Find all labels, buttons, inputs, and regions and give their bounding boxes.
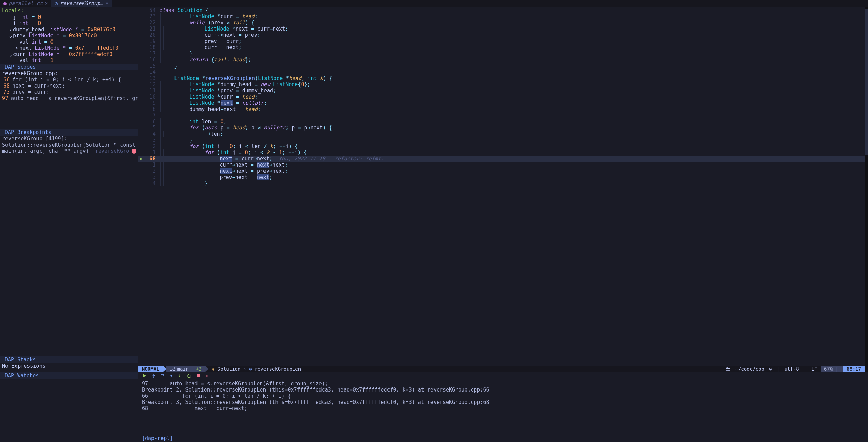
close-icon[interactable]: × [105, 0, 109, 7]
code-line[interactable]: 54class Solution { [138, 7, 865, 13]
sign-column: ▶ [138, 156, 144, 161]
breakpoints-panel: reverseKGroup [4199]:Solution::reverseKG… [0, 136, 138, 154]
breakpoint-item[interactable]: main(int argc, char ** argv) reverseKGro… [0, 148, 138, 154]
code-line[interactable]: ▶68 next = curr→next; You, 2022-11-18 - … [138, 156, 865, 162]
tab-reversekgroup[interactable]: ◎ reverseKGroup… × [51, 0, 112, 7]
line-number: 10 [144, 94, 158, 100]
line-number: 3 [144, 174, 158, 180]
line-number: 14 [144, 69, 158, 75]
code-line[interactable]: 8 dummy_head→next = head; [138, 106, 865, 112]
disconnect-button[interactable] [204, 373, 210, 378]
tab-label: reverseKGroup… [60, 0, 103, 7]
step-into-button[interactable] [151, 373, 156, 378]
class-icon: ✱ [212, 366, 215, 372]
scope-frame[interactable]: 68next = curr→next; [0, 83, 138, 89]
scope-frame[interactable]: 66for (int i = 0; i < len / k; ++i) { [0, 77, 138, 83]
code-line[interactable]: 3 } [138, 137, 865, 143]
tab-parallel[interactable]: ● parallel.cc × [0, 0, 51, 7]
watches-title: DAP Watches [0, 372, 138, 379]
code-line[interactable]: 4 ++len; [138, 131, 865, 137]
code-line[interactable]: 14 [138, 69, 865, 75]
code-line[interactable]: 20 curr->next = prev; [138, 32, 865, 38]
step-over-button[interactable] [160, 373, 165, 378]
locals-variable[interactable]: val int = 1 [2, 57, 136, 64]
code-line[interactable]: 13 ListNode *reverseKGroupLen(ListNode *… [138, 75, 865, 81]
line-number: 9 [144, 100, 158, 106]
line-number: 11 [144, 88, 158, 94]
scopes-file: reverseKGroup.cpp: [0, 70, 138, 77]
line-number: 20 [144, 32, 158, 38]
dap-repl[interactable]: 97 auto head = s.reverseKGroupLen(&first… [138, 379, 868, 434]
repl-line: Breakpoint 3, Solution::reverseKGroupLen… [142, 399, 865, 405]
line-number: 1 [144, 149, 158, 156]
svg-point-0 [153, 377, 154, 378]
scopes-title: DAP Scopes [0, 64, 138, 70]
locals-panel: j int = 0 i int = 0 ›dummy_head ListNode… [0, 14, 138, 64]
locals-variable[interactable]: ⌄curr ListNode * = 0x7ffffffedcf0 [2, 51, 136, 57]
line-number: 2 [144, 168, 158, 174]
reverse-button[interactable] [187, 373, 192, 378]
code-line[interactable]: 5 for (auto p = head; p ≠ nullptr; p = p… [138, 125, 865, 131]
stop-button[interactable] [195, 373, 201, 378]
code-line[interactable]: 22 while (prev ≠ tail) { [138, 20, 865, 26]
code-line[interactable]: 3 prev→next = next; [138, 174, 865, 180]
locals-variable[interactable]: j int = 0 [2, 14, 136, 20]
code-line[interactable]: 16 return {tail, head}; [138, 57, 865, 63]
code-line[interactable]: 21 ListNode *next = curr→next; [138, 26, 865, 32]
repl-line: Breakpoint 2, Solution::reverseKGroupLen… [142, 387, 865, 393]
line-number: 22 [144, 20, 158, 26]
git-branch[interactable]: ⎇ main | +3 [166, 366, 205, 372]
close-icon[interactable]: × [45, 0, 48, 7]
chevron-right-icon: › [243, 366, 246, 372]
code-line[interactable]: 1 for (int j = 0; j < k - 1; ++j) { [138, 149, 865, 156]
scope-frame[interactable]: 97auto head = s.reverseKGroupLen(&first,… [0, 95, 138, 101]
continue-button[interactable] [142, 373, 147, 378]
code-line[interactable]: 18 curr = next; [138, 44, 865, 50]
code-editor[interactable]: 54class Solution {23 ListNode *curr = he… [138, 7, 865, 372]
scope-frame[interactable]: 73prev = curr; [0, 89, 138, 95]
dap-toolbar [138, 372, 868, 379]
debug-sidebar: Locals: j int = 0 i int = 0 ›dummy_head … [0, 7, 138, 372]
encoding: utf-8 [785, 366, 799, 372]
line-number: 16 [144, 57, 158, 63]
code-line[interactable]: 4 } [138, 180, 865, 186]
code-line[interactable]: 2 for (int i = 0; i < len / k; ++i) { [138, 143, 865, 149]
line-number: 19 [144, 38, 158, 44]
line-number: 15 [144, 63, 158, 69]
code-line[interactable]: 15 } [138, 63, 865, 69]
function-icon: ⊚ [249, 366, 252, 372]
code-line[interactable]: 23 ListNode *curr = head; [138, 13, 865, 20]
locals-variable[interactable]: ›dummy_head ListNode * = 0x80176c0 [2, 26, 136, 33]
locals-variable[interactable]: i int = 0 [2, 20, 136, 26]
code-line[interactable]: 6 int len = 0; [138, 118, 865, 125]
step-out-button[interactable] [169, 373, 174, 378]
code-line[interactable]: 19 prev = curr; [138, 38, 865, 44]
branch-icon: ⎇ [170, 366, 175, 372]
code-line[interactable]: 12 ListNode *dummy_head = new ListNode{0… [138, 81, 865, 88]
code-line[interactable]: 11 ListNode *prev = dummy_head; [138, 88, 865, 94]
code-line[interactable]: 2 next→next = prev→next; [138, 168, 865, 174]
code-line[interactable]: 1 curr→next = next→next; [138, 162, 865, 168]
code-line[interactable]: 17 } [138, 50, 865, 57]
repl-line: 97 auto head = s.reverseKGroupLen(&first… [142, 381, 865, 387]
locals-variable[interactable]: val int = 0 [2, 39, 136, 45]
breakpoint-item[interactable]: Solution::reverseKGroupLen(Solution * co… [0, 142, 138, 148]
line-number: 13 [144, 75, 158, 81]
scrollbar[interactable] [865, 7, 868, 372]
status-bar: NORMAL ⎇ main | +3 ✱ Solution › ⊚ revers… [138, 366, 865, 372]
code-line[interactable]: 9 ListNode *next = nullptr; [138, 100, 865, 106]
line-number: 8 [144, 106, 158, 112]
scroll-percent: 67% | [821, 366, 843, 372]
tab-bar: ● parallel.cc × ◎ reverseKGroup… × [0, 0, 868, 7]
restart-button[interactable] [178, 373, 183, 378]
code-line[interactable]: 10 ListNode *curr = head; [138, 94, 865, 100]
locals-variable[interactable]: ›next ListNode * = 0x7ffffffedcf0 [2, 45, 136, 51]
vim-mode: NORMAL [138, 366, 163, 372]
indent-icon: ⊙ [769, 366, 772, 372]
svg-rect-3 [197, 374, 200, 377]
line-number: 23 [144, 13, 158, 20]
breakpoints-title: DAP Breakpoints [0, 129, 138, 136]
code-line[interactable]: 7 [138, 112, 865, 118]
breakpoint-item[interactable]: reverseKGroup [4199]: [0, 136, 138, 142]
locals-variable[interactable]: ⌄prev ListNode * = 0x80176c0 [2, 33, 136, 39]
